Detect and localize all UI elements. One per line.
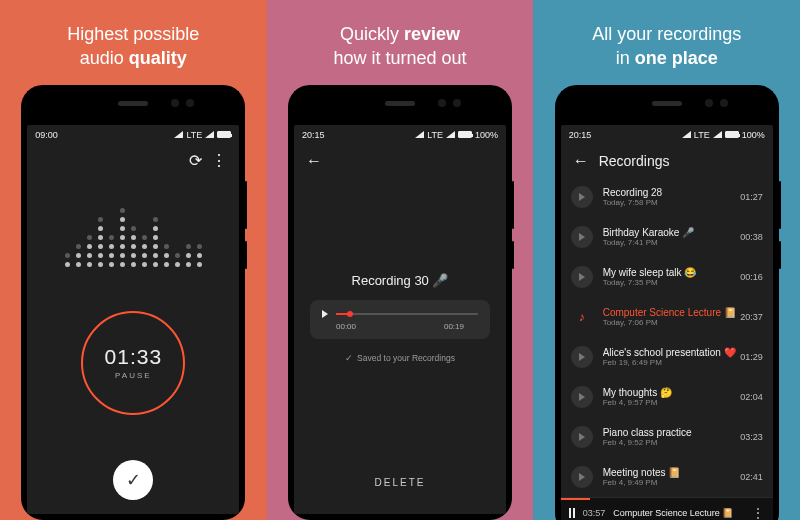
list-item[interactable]: My wife sleep talk 😂Today, 7:35 PM00:16 — [561, 257, 773, 297]
item-duration: 00:38 — [740, 232, 763, 242]
wifi-icon — [713, 131, 722, 138]
play-icon[interactable] — [322, 310, 328, 318]
play-icon[interactable] — [571, 266, 593, 288]
item-duration: 20:37 — [740, 312, 763, 322]
item-name: My wife sleep talk 😂 — [603, 267, 740, 278]
item-name: My thoughts 🤔 — [603, 387, 740, 398]
player-card: 00:00 00:19 — [310, 300, 490, 339]
play-icon[interactable] — [571, 466, 593, 488]
item-sub: Feb 4, 9:49 PM — [603, 478, 740, 487]
item-name: Computer Science Lecture 📔 — [603, 307, 740, 318]
app-bar: ⟳ ⋮ — [27, 145, 239, 177]
headline-line2-pre: in — [616, 48, 635, 68]
page-title: Recordings — [599, 153, 670, 169]
recording-title: Recording 30 🎤 — [352, 273, 449, 288]
battery-icon — [725, 131, 739, 138]
signal-icon — [415, 131, 424, 138]
pause-icon[interactable] — [569, 508, 575, 518]
item-duration: 00:16 — [740, 272, 763, 282]
list-item[interactable]: My thoughts 🤔Feb 4, 9:57 PM02:04 — [561, 377, 773, 417]
check-icon: ✓ — [126, 469, 141, 491]
screen: 20:15 LTE 100% ← Recordings Recording 28… — [561, 125, 773, 520]
headline-line1-pre: Quickly — [340, 24, 404, 44]
phone-frame: 20:15 LTE 100% ← Recording 30 🎤 — [288, 85, 512, 520]
battery-icon — [458, 131, 472, 138]
status-batt: 100% — [475, 130, 498, 140]
time-start: 00:00 — [336, 322, 356, 331]
pause-label: PAUSE — [115, 371, 152, 380]
headline: All your recordings in one place — [592, 22, 741, 71]
headline-line2: how it turned out — [333, 48, 466, 68]
more-icon[interactable]: ⋮ — [207, 149, 231, 173]
time-end: 00:19 — [444, 322, 464, 331]
item-sub: Today, 7:41 PM — [603, 238, 740, 247]
status-time: 09:00 — [35, 130, 58, 140]
list-item[interactable]: ♪Computer Science Lecture 📔Today, 7:06 P… — [561, 297, 773, 337]
headline: Quickly review how it turned out — [333, 22, 466, 71]
app-bar: ← — [294, 145, 506, 177]
play-icon[interactable] — [571, 186, 593, 208]
wifi-icon — [205, 131, 214, 138]
signal-icon — [174, 131, 183, 138]
list-item[interactable]: Piano class practiceFeb 4, 9:52 PM03:23 — [561, 417, 773, 457]
status-net: LTE — [694, 130, 710, 140]
headline-line2-bold: quality — [129, 48, 187, 68]
music-note-icon[interactable]: ♪ — [571, 306, 593, 328]
audio-meter — [65, 195, 202, 267]
item-duration: 02:04 — [740, 392, 763, 402]
play-icon[interactable] — [571, 226, 593, 248]
item-name: Birthday Karaoke 🎤 — [603, 227, 740, 238]
repeat-icon[interactable]: ⟳ — [183, 149, 207, 173]
phone-frame: 20:15 LTE 100% ← Recordings Recording 28… — [555, 85, 779, 520]
status-bar: 09:00 LTE — [27, 125, 239, 145]
promo-panel-list: All your recordings in one place 20:15 L… — [533, 0, 800, 520]
status-time: 20:15 — [569, 130, 592, 140]
headline-line2-pre: audio — [80, 48, 129, 68]
recordings-list[interactable]: Recording 28Today, 7:58 PM01:27Birthday … — [561, 177, 773, 497]
headline-line1: Highest possible — [67, 24, 199, 44]
now-playing-title: Computer Science Lecture 📔 — [613, 508, 743, 518]
headline-line2-bold: one place — [635, 48, 718, 68]
item-name: Meeting notes 📔 — [603, 467, 740, 478]
promo-panel-quality: Highest possible audio quality 09:00 LTE — [0, 0, 267, 520]
headline-line1-bold: review — [404, 24, 460, 44]
status-net: LTE — [186, 130, 202, 140]
back-icon[interactable]: ← — [569, 149, 593, 173]
play-icon[interactable] — [571, 346, 593, 368]
status-net: LTE — [427, 130, 443, 140]
status-time: 20:15 — [302, 130, 325, 140]
play-icon[interactable] — [571, 426, 593, 448]
list-item[interactable]: Alice's school presentation ❤️Feb 19, 6:… — [561, 337, 773, 377]
now-playing-time: 03:57 — [583, 508, 606, 518]
phone-frame: 09:00 LTE ⟳ ⋮ 01:33 — [21, 85, 245, 520]
item-sub: Today, 7:58 PM — [603, 198, 740, 207]
list-item[interactable]: Birthday Karaoke 🎤Today, 7:41 PM00:38 — [561, 217, 773, 257]
item-duration: 03:23 — [740, 432, 763, 442]
promo-panel-review: Quickly review how it turned out 20:15 L… — [267, 0, 534, 520]
screen: 09:00 LTE ⟳ ⋮ 01:33 — [27, 125, 239, 514]
now-playing-bar[interactable]: 03:57 Computer Science Lecture 📔 ⋮ — [561, 497, 773, 520]
delete-button[interactable]: DELETE — [375, 477, 426, 488]
status-bar: 20:15 LTE 100% — [561, 125, 773, 145]
list-item[interactable]: Recording 28Today, 7:58 PM01:27 — [561, 177, 773, 217]
record-ring[interactable]: 01:33 PAUSE — [81, 311, 185, 415]
stop-button[interactable]: ✓ — [113, 460, 153, 500]
play-icon[interactable] — [571, 386, 593, 408]
item-duration: 02:41 — [740, 472, 763, 482]
item-sub: Feb 4, 9:57 PM — [603, 398, 740, 407]
item-duration: 01:29 — [740, 352, 763, 362]
list-item[interactable]: Meeting notes 📔Feb 4, 9:49 PM02:41 — [561, 457, 773, 497]
status-batt: 100% — [742, 130, 765, 140]
status-bar: 20:15 LTE 100% — [294, 125, 506, 145]
back-icon[interactable]: ← — [302, 149, 326, 173]
seek-bar[interactable] — [336, 313, 478, 315]
item-duration: 01:27 — [740, 192, 763, 202]
item-sub: Today, 7:06 PM — [603, 318, 740, 327]
headline-line1: All your recordings — [592, 24, 741, 44]
battery-icon — [217, 131, 231, 138]
item-name: Recording 28 — [603, 187, 740, 198]
item-name: Piano class practice — [603, 427, 740, 438]
wifi-icon — [446, 131, 455, 138]
more-icon[interactable]: ⋮ — [752, 506, 765, 520]
item-sub: Feb 4, 9:52 PM — [603, 438, 740, 447]
